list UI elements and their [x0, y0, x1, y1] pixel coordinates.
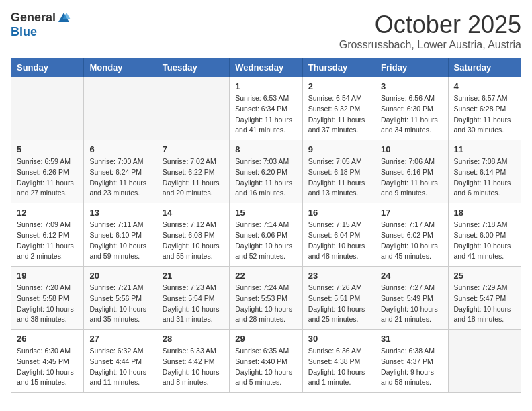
- day-info: Sunrise: 7:14 AMSunset: 6:06 PMDaylight:…: [235, 220, 296, 262]
- day-number: 15: [235, 208, 296, 218]
- day-cell: 11Sunrise: 7:08 AMSunset: 6:14 PMDayligh…: [448, 140, 521, 203]
- day-info: Sunrise: 7:11 AMSunset: 6:10 PMDaylight:…: [89, 220, 150, 262]
- day-number: 17: [381, 208, 442, 218]
- day-cell: 27Sunrise: 6:32 AMSunset: 4:44 PMDayligh…: [84, 330, 157, 393]
- day-info: Sunrise: 6:36 AMSunset: 4:38 PMDaylight:…: [308, 346, 369, 388]
- day-cell: 9Sunrise: 7:05 AMSunset: 6:18 PMDaylight…: [302, 140, 375, 203]
- day-cell: 30Sunrise: 6:36 AMSunset: 4:38 PMDayligh…: [302, 330, 375, 393]
- day-cell: 5Sunrise: 6:59 AMSunset: 6:26 PMDaylight…: [11, 140, 84, 203]
- day-info: Sunrise: 6:35 AMSunset: 4:40 PMDaylight:…: [235, 346, 296, 388]
- day-number: 30: [308, 334, 369, 344]
- day-number: 20: [89, 271, 150, 281]
- day-cell: 8Sunrise: 7:03 AMSunset: 6:20 PMDaylight…: [230, 140, 302, 203]
- day-cell: 31Sunrise: 6:38 AMSunset: 4:37 PMDayligh…: [375, 330, 448, 393]
- day-cell: 1Sunrise: 6:53 AMSunset: 6:34 PMDaylight…: [230, 77, 302, 140]
- day-number: 29: [235, 334, 296, 344]
- week-row-4: 19Sunrise: 7:20 AMSunset: 5:58 PMDayligh…: [11, 267, 521, 330]
- day-info: Sunrise: 7:29 AMSunset: 5:47 PMDaylight:…: [454, 283, 515, 325]
- day-number: 7: [163, 144, 224, 154]
- day-info: Sunrise: 6:59 AMSunset: 6:26 PMDaylight:…: [17, 156, 78, 199]
- day-number: 9: [308, 144, 369, 154]
- day-number: 14: [163, 208, 224, 218]
- day-cell: 6Sunrise: 7:00 AMSunset: 6:24 PMDaylight…: [84, 140, 157, 203]
- day-cell: 20Sunrise: 7:21 AMSunset: 5:56 PMDayligh…: [84, 267, 157, 330]
- day-info: Sunrise: 7:00 AMSunset: 6:24 PMDaylight:…: [89, 156, 150, 199]
- day-info: Sunrise: 7:27 AMSunset: 5:49 PMDaylight:…: [381, 283, 442, 325]
- day-number: 12: [17, 208, 78, 218]
- weekday-header-sunday: Sunday: [11, 58, 84, 77]
- day-info: Sunrise: 7:06 AMSunset: 6:16 PMDaylight:…: [381, 156, 442, 199]
- weekday-header-tuesday: Tuesday: [157, 58, 229, 77]
- day-number: 16: [308, 208, 369, 218]
- page-header: General Blue October 2025 Grossrussbach,…: [11, 11, 521, 51]
- day-cell: 3Sunrise: 6:56 AMSunset: 6:30 PMDaylight…: [375, 77, 448, 140]
- day-info: Sunrise: 7:02 AMSunset: 6:22 PMDaylight:…: [163, 156, 224, 199]
- day-number: 21: [163, 271, 224, 281]
- day-cell: 23Sunrise: 7:26 AMSunset: 5:51 PMDayligh…: [302, 267, 375, 330]
- day-cell: 15Sunrise: 7:14 AMSunset: 6:06 PMDayligh…: [230, 203, 302, 267]
- day-cell: 2Sunrise: 6:54 AMSunset: 6:32 PMDaylight…: [302, 77, 375, 140]
- day-cell: 29Sunrise: 6:35 AMSunset: 4:40 PMDayligh…: [230, 330, 302, 393]
- day-number: 24: [381, 271, 442, 281]
- logo-icon: [57, 11, 71, 25]
- month-title: October 2025: [339, 11, 521, 39]
- day-number: 3: [381, 81, 442, 91]
- day-number: 5: [17, 144, 78, 154]
- day-info: Sunrise: 7:03 AMSunset: 6:20 PMDaylight:…: [235, 156, 296, 199]
- day-cell: 22Sunrise: 7:24 AMSunset: 5:53 PMDayligh…: [230, 267, 302, 330]
- logo: General Blue: [11, 11, 71, 39]
- day-cell: 16Sunrise: 7:15 AMSunset: 6:04 PMDayligh…: [302, 203, 375, 267]
- day-cell: 13Sunrise: 7:11 AMSunset: 6:10 PMDayligh…: [84, 203, 157, 267]
- day-info: Sunrise: 6:56 AMSunset: 6:30 PMDaylight:…: [381, 93, 442, 136]
- week-row-2: 5Sunrise: 6:59 AMSunset: 6:26 PMDaylight…: [11, 140, 521, 203]
- day-info: Sunrise: 7:08 AMSunset: 6:14 PMDaylight:…: [454, 156, 515, 199]
- weekday-header-row: SundayMondayTuesdayWednesdayThursdayFrid…: [11, 58, 521, 77]
- day-number: 26: [17, 334, 78, 344]
- day-info: Sunrise: 7:12 AMSunset: 6:08 PMDaylight:…: [163, 220, 224, 262]
- day-info: Sunrise: 7:05 AMSunset: 6:18 PMDaylight:…: [308, 156, 369, 199]
- day-number: 27: [89, 334, 150, 344]
- day-number: 1: [235, 81, 296, 91]
- day-cell: 12Sunrise: 7:09 AMSunset: 6:12 PMDayligh…: [11, 203, 84, 267]
- weekday-header-thursday: Thursday: [302, 58, 375, 77]
- day-number: 4: [454, 81, 515, 91]
- day-number: 22: [235, 271, 296, 281]
- day-cell: 25Sunrise: 7:29 AMSunset: 5:47 PMDayligh…: [448, 267, 521, 330]
- weekday-header-saturday: Saturday: [448, 58, 521, 77]
- day-info: Sunrise: 7:23 AMSunset: 5:54 PMDaylight:…: [163, 283, 224, 325]
- day-info: Sunrise: 7:21 AMSunset: 5:56 PMDaylight:…: [89, 283, 150, 325]
- day-info: Sunrise: 6:30 AMSunset: 4:45 PMDaylight:…: [17, 346, 78, 388]
- day-cell: 4Sunrise: 6:57 AMSunset: 6:28 PMDaylight…: [448, 77, 521, 140]
- day-info: Sunrise: 7:24 AMSunset: 5:53 PMDaylight:…: [235, 283, 296, 325]
- day-info: Sunrise: 6:33 AMSunset: 4:42 PMDaylight:…: [163, 346, 224, 388]
- day-cell: [11, 77, 84, 140]
- day-cell: 14Sunrise: 7:12 AMSunset: 6:08 PMDayligh…: [157, 203, 229, 267]
- week-row-3: 12Sunrise: 7:09 AMSunset: 6:12 PMDayligh…: [11, 203, 521, 267]
- day-cell: [448, 330, 521, 393]
- day-number: 18: [454, 208, 515, 218]
- logo-blue-text: Blue: [11, 25, 37, 39]
- day-info: Sunrise: 6:53 AMSunset: 6:34 PMDaylight:…: [235, 93, 296, 136]
- day-number: 19: [17, 271, 78, 281]
- day-number: 28: [163, 334, 224, 344]
- day-cell: 21Sunrise: 7:23 AMSunset: 5:54 PMDayligh…: [157, 267, 229, 330]
- title-block: October 2025 Grossrussbach, Lower Austri…: [339, 11, 521, 51]
- day-cell: 26Sunrise: 6:30 AMSunset: 4:45 PMDayligh…: [11, 330, 84, 393]
- day-info: Sunrise: 7:18 AMSunset: 6:00 PMDaylight:…: [454, 220, 515, 262]
- day-number: 23: [308, 271, 369, 281]
- day-number: 25: [454, 271, 515, 281]
- day-number: 2: [308, 81, 369, 91]
- day-info: Sunrise: 7:17 AMSunset: 6:02 PMDaylight:…: [381, 220, 442, 262]
- day-info: Sunrise: 7:09 AMSunset: 6:12 PMDaylight:…: [17, 220, 78, 262]
- week-row-1: 1Sunrise: 6:53 AMSunset: 6:34 PMDaylight…: [11, 77, 521, 140]
- day-info: Sunrise: 7:20 AMSunset: 5:58 PMDaylight:…: [17, 283, 78, 325]
- day-number: 11: [454, 144, 515, 154]
- weekday-header-friday: Friday: [375, 58, 448, 77]
- day-cell: 24Sunrise: 7:27 AMSunset: 5:49 PMDayligh…: [375, 267, 448, 330]
- day-cell: 17Sunrise: 7:17 AMSunset: 6:02 PMDayligh…: [375, 203, 448, 267]
- logo-general-text: General: [11, 11, 56, 25]
- day-cell: 7Sunrise: 7:02 AMSunset: 6:22 PMDaylight…: [157, 140, 229, 203]
- day-cell: 18Sunrise: 7:18 AMSunset: 6:00 PMDayligh…: [448, 203, 521, 267]
- week-row-5: 26Sunrise: 6:30 AMSunset: 4:45 PMDayligh…: [11, 330, 521, 393]
- day-cell: 19Sunrise: 7:20 AMSunset: 5:58 PMDayligh…: [11, 267, 84, 330]
